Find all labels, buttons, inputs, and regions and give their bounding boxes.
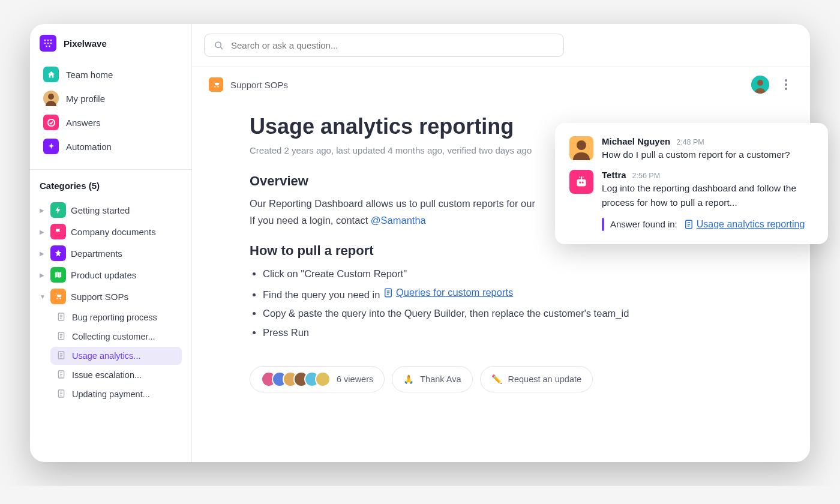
answer-source-link[interactable]: Usage analytics reporting	[683, 219, 805, 230]
home-icon	[43, 67, 59, 82]
message-row: Tettra 2:56 PM Log into the reporting da…	[569, 170, 814, 209]
svg-point-22	[582, 182, 584, 184]
categories-header: Categories (5)	[40, 181, 182, 191]
chevron-down-icon: ▼	[40, 293, 46, 300]
pray-icon: 🙏	[403, 374, 414, 385]
category-support-sops[interactable]: ▼ Support SOPs	[40, 286, 182, 307]
flag-icon	[50, 224, 66, 239]
step-item: Press Run	[263, 323, 793, 342]
thank-pill[interactable]: 🙏 Thank Ava	[392, 366, 472, 392]
svg-point-7	[49, 46, 50, 47]
message-row: Michael Nguyen 2:48 PM How do I pull a c…	[569, 136, 814, 161]
svg-point-0	[44, 40, 46, 41]
app-window: Pixelwave Team home My profile Answers	[30, 24, 810, 462]
category-label: Support SOPs	[71, 292, 128, 302]
svg-point-8	[48, 94, 54, 100]
svg-point-15	[215, 42, 221, 47]
text: Find the query you need in	[263, 289, 383, 300]
sub-item-usage-analytics[interactable]: Usage analytics...	[50, 347, 182, 365]
text: If you need a login, contact	[250, 215, 371, 226]
nav-team-home[interactable]: Team home	[40, 62, 182, 86]
message-time: 2:48 PM	[676, 138, 704, 146]
slack-overlay: Michael Nguyen 2:48 PM How do I pull a c…	[555, 123, 828, 244]
message-author: Michael Nguyen	[602, 136, 670, 146]
pill-label: 6 viewers	[337, 374, 373, 384]
category-label: Departments	[71, 248, 122, 259]
brand[interactable]: Pixelwave	[40, 35, 182, 52]
sub-item-list: Bug reporting process Collecting custome…	[50, 308, 182, 403]
answer-prefix: Answer found in:	[610, 219, 677, 229]
pill-label: Request an update	[508, 374, 582, 384]
step-item: Find the query you need in Queries for c…	[263, 283, 793, 304]
link-text: Usage analytics reporting	[697, 219, 805, 230]
sub-label: Collecting customer...	[72, 332, 155, 341]
svg-point-17	[757, 80, 763, 86]
request-update-pill[interactable]: ✏️ Request an update	[480, 366, 593, 392]
search-input[interactable]	[204, 34, 564, 57]
message-text: Log into the reporting dashboard and fol…	[602, 181, 814, 209]
sub-item-collecting-customer[interactable]: Collecting customer...	[50, 328, 182, 346]
nav-automation[interactable]: Automation	[40, 134, 182, 158]
sub-item-updating-payment[interactable]: Updating payment...	[50, 385, 182, 403]
step-item: Click on "Create Custom Report"	[263, 265, 793, 283]
document-icon	[56, 331, 67, 342]
document-icon	[56, 312, 67, 323]
breadcrumb-bar: Support SOPs	[192, 67, 810, 102]
chevron-right-icon: ▶	[40, 272, 46, 278]
sub-label: Issue escalation...	[72, 370, 142, 380]
more-menu-button[interactable]	[779, 79, 793, 90]
svg-point-6	[46, 46, 47, 47]
nav-label: My profile	[66, 94, 105, 104]
category-product-updates[interactable]: ▶ Product updates	[40, 264, 182, 286]
svg-point-4	[47, 43, 49, 44]
avatar-icon	[43, 91, 59, 106]
svg-point-21	[579, 182, 581, 184]
breadcrumb-label[interactable]: Support SOPs	[230, 80, 288, 90]
category-company-documents[interactable]: ▶ Company documents	[40, 221, 182, 242]
accent-bar	[602, 218, 604, 231]
sparkle-icon	[43, 139, 59, 154]
howto-heading: How to pull a report	[250, 243, 793, 259]
svg-rect-20	[577, 179, 586, 187]
sub-label: Updating payment...	[72, 389, 150, 399]
sub-label: Bug reporting process	[72, 313, 157, 322]
nav-label: Answers	[66, 118, 101, 128]
pill-label: Thank Ava	[420, 374, 461, 384]
search-field[interactable]	[231, 40, 554, 50]
sidebar: Pixelwave Team home My profile Answers	[30, 24, 192, 462]
document-icon	[56, 389, 67, 400]
step-list: Click on "Create Custom Report" Find the…	[250, 265, 793, 342]
document-icon	[56, 350, 67, 361]
author-avatar[interactable]	[751, 76, 769, 94]
nav-my-profile[interactable]: My profile	[40, 86, 182, 110]
category-badge-icon	[209, 77, 223, 92]
svg-point-5	[50, 43, 52, 44]
category-label: Getting started	[71, 205, 130, 215]
mention-link[interactable]: @Samantha	[371, 215, 426, 226]
category-label: Company documents	[71, 227, 156, 237]
svg-point-2	[50, 40, 52, 41]
user-avatar	[569, 136, 593, 160]
text: Our Reporting Dashboard allows us to pul…	[250, 198, 535, 209]
check-circle-icon	[43, 115, 59, 130]
action-pills: 6 viewers 🙏 Thank Ava ✏️ Request an upda…	[250, 366, 793, 392]
nav-answers[interactable]: Answers	[40, 110, 182, 134]
bolt-icon	[50, 202, 66, 218]
doc-link-queries[interactable]: Queries for custom reports	[383, 283, 513, 302]
star-icon	[50, 245, 66, 261]
bot-avatar	[569, 170, 593, 194]
svg-point-19	[577, 140, 586, 150]
message-time: 2:56 PM	[632, 172, 661, 180]
svg-point-3	[44, 43, 46, 44]
chevron-right-icon: ▶	[40, 250, 46, 257]
category-departments[interactable]: ▶ Departments	[40, 242, 182, 264]
brand-logo-icon	[40, 35, 56, 52]
pencil-icon: ✏️	[491, 374, 502, 385]
category-getting-started[interactable]: ▶ Getting started	[40, 199, 182, 221]
sub-item-bug-reporting[interactable]: Bug reporting process	[50, 308, 182, 326]
answer-source-bar: Answer found in: Usage analytics reporti…	[602, 218, 814, 231]
viewers-pill[interactable]: 6 viewers	[250, 366, 385, 392]
chevron-right-icon: ▶	[40, 229, 46, 235]
message-text: How do I pull a custom report for a cust…	[602, 148, 814, 161]
sub-item-issue-escalation[interactable]: Issue escalation...	[50, 366, 182, 384]
